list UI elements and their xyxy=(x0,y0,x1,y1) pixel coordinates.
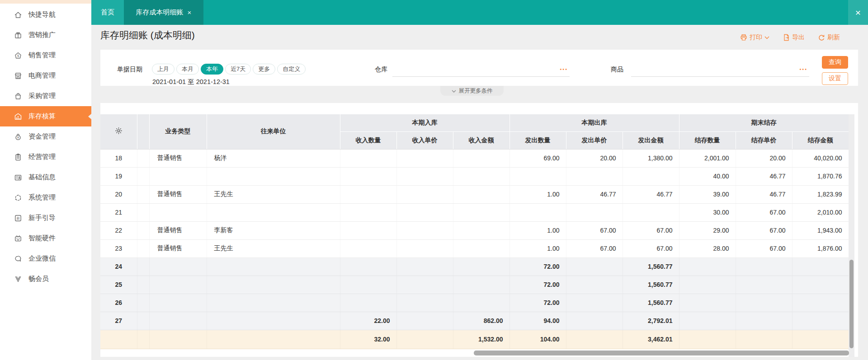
table-row[interactable]: 23普通销售王先生1.0067.0067.0028.0067.001,876.0… xyxy=(100,239,849,257)
date-pill-last-month[interactable]: 上月 xyxy=(152,64,175,75)
column-header-current-out-qty[interactable]: 发出数量 xyxy=(509,131,566,149)
date-pill-this-year[interactable]: 本年 xyxy=(201,64,223,75)
table-row[interactable]: 20普通销售王先生1.0046.7746.7739.0046.771,823.9… xyxy=(100,185,849,203)
date-range-value[interactable]: 2021-01-01 至 2021-12-31 xyxy=(152,78,230,86)
table-row[interactable]: 18普通销售杨洋69.0020.001,380.002,001.0020.004… xyxy=(100,149,849,167)
store-icon xyxy=(14,71,23,80)
cell: 104.00 xyxy=(509,330,566,349)
sales-house-icon: $ xyxy=(14,51,23,60)
cell: 1,823.99 xyxy=(792,185,849,203)
active-item-arrow xyxy=(88,114,91,119)
cell xyxy=(736,257,792,276)
vertical-scrollbar-thumb[interactable] xyxy=(849,260,854,348)
column-header-current-out-price[interactable]: 发出单价 xyxy=(566,131,623,149)
window-close-button[interactable]: × xyxy=(848,0,868,25)
table-body: 18普通销售杨洋69.0020.001,380.002,001.0020.004… xyxy=(100,149,849,349)
sidebar-item-inventory[interactable]: 库存核算 xyxy=(0,106,91,126)
cell xyxy=(623,167,679,185)
cell xyxy=(453,239,509,257)
date-pill-more[interactable]: 更多 xyxy=(253,64,275,75)
tab-inventory-cost-ledger[interactable]: 库存成本明细账 × xyxy=(124,0,203,25)
column-header-current-in-amount[interactable]: 收入金额 xyxy=(453,131,509,149)
sidebar-item-member[interactable]: 畅会员 xyxy=(0,269,91,289)
sidebar-item-quick-nav[interactable]: 快捷导航 xyxy=(0,5,91,25)
sidebar-item-wecom[interactable]: 企业微信 xyxy=(0,248,91,269)
date-pill-last-7-days[interactable]: 近7天 xyxy=(225,64,251,75)
sidebar-item-ecommerce[interactable]: 电商管理 xyxy=(0,65,91,86)
column-header-ending-balance-amount[interactable]: 结存金额 xyxy=(792,131,849,149)
vertical-scrollbar[interactable] xyxy=(849,114,854,357)
gear-header-cell[interactable] xyxy=(100,114,137,149)
refresh-button[interactable]: 刷新 xyxy=(818,33,840,42)
tab-close-icon[interactable]: × xyxy=(188,9,192,16)
settings-button[interactable]: 设置 xyxy=(822,72,848,85)
table-row[interactable]: 22普通销售李新客1.0067.0067.0029.0067.001,943.0… xyxy=(100,221,849,239)
close-icon: × xyxy=(855,7,861,18)
cell xyxy=(149,257,207,276)
cell xyxy=(736,330,792,349)
cell: 67.00 xyxy=(736,239,792,257)
cell xyxy=(396,312,453,330)
sidebar-item-smart-hardware[interactable]: 智能硬件 xyxy=(0,228,91,248)
gear-icon[interactable] xyxy=(115,127,123,135)
cell: 22.00 xyxy=(340,312,396,330)
cell: 2,001.00 xyxy=(679,149,736,167)
export-label: 导出 xyxy=(792,33,805,42)
topbar: 首页 库存成本明细账 × xyxy=(91,0,868,25)
sidebar-top-strip xyxy=(0,0,91,4)
printer-icon xyxy=(740,34,747,41)
table-row[interactable]: 2722.00862.0094.002,792.01 xyxy=(100,312,849,330)
column-header-business-type[interactable]: 业务类型 xyxy=(149,114,207,149)
horizontal-scrollbar-thumb[interactable] xyxy=(474,351,849,355)
cell: 杨洋 xyxy=(207,149,340,167)
column-header-current-in-qty[interactable]: 收入数量 xyxy=(340,131,396,149)
export-button[interactable]: 导出 xyxy=(783,33,805,42)
sidebar-item-purchase[interactable]: 采购管理 xyxy=(0,86,91,106)
column-header-partner[interactable]: 往来单位 xyxy=(207,114,340,149)
column-header-current-in-price[interactable]: 收入单价 xyxy=(396,131,453,149)
export-icon xyxy=(783,34,790,41)
warehouse-input[interactable]: ••• xyxy=(392,65,570,77)
sidebar-item-operations[interactable]: 经营管理 xyxy=(0,147,91,167)
row-number: 25 xyxy=(100,276,137,294)
sidebar-item-label: 系统管理 xyxy=(28,193,56,202)
table-row[interactable]: 2672.001,560.77 xyxy=(100,294,849,312)
product-input[interactable]: ••• xyxy=(631,65,809,77)
table-head: 业务类型往来单位本期入库本期出库期末结存收入数量收入单价收入金额发出数量发出单价… xyxy=(100,114,849,149)
svg-text:新: 新 xyxy=(16,216,20,220)
sidebar-item-sales[interactable]: $销售管理 xyxy=(0,45,91,65)
sidebar-item-newbie-guide[interactable]: 新新手引导 xyxy=(0,208,91,228)
row-number: 24 xyxy=(100,257,137,276)
cell xyxy=(736,294,792,312)
query-button[interactable]: 查询 xyxy=(822,56,848,69)
sidebar-item-basic-info[interactable]: 基础信息 xyxy=(0,167,91,187)
table-row[interactable]: 2472.001,560.77 xyxy=(100,257,849,276)
cell: 2,010.00 xyxy=(792,203,849,221)
sidebar-item-funds[interactable]: ¥资金管理 xyxy=(0,126,91,147)
tab-home[interactable]: 首页 xyxy=(91,0,124,25)
sidebar-item-marketing[interactable]: 营销推广 xyxy=(0,25,91,45)
cell xyxy=(453,149,509,167)
warehouse-more-button[interactable]: ••• xyxy=(560,66,568,72)
product-more-button[interactable]: ••• xyxy=(799,66,807,72)
cell xyxy=(340,221,396,239)
cell: 32.00 xyxy=(340,330,396,349)
print-button[interactable]: 打印 xyxy=(740,33,769,42)
cell: 1,870.76 xyxy=(792,167,849,185)
table-summary-row[interactable]: 32.001,532.00104.003,462.01 xyxy=(100,330,849,349)
sidebar-item-system[interactable]: 系统管理 xyxy=(0,187,91,208)
column-header-ending-balance-price[interactable]: 结存单价 xyxy=(736,131,792,149)
table-row[interactable]: 2572.001,560.77 xyxy=(100,276,849,294)
cell xyxy=(679,257,736,276)
cell xyxy=(679,312,736,330)
column-header-current-out-amount[interactable]: 发出金额 xyxy=(623,131,679,149)
table-row[interactable]: 1940.0046.771,870.76 xyxy=(100,167,849,185)
refresh-icon xyxy=(818,34,825,41)
cell xyxy=(149,203,207,221)
date-pill-custom[interactable]: 自定义 xyxy=(277,64,306,75)
expand-more-conditions[interactable]: 展开更多条件 xyxy=(440,86,504,96)
date-pill-this-month[interactable]: 本月 xyxy=(176,64,199,75)
table-row[interactable]: 2130.0067.002,010.00 xyxy=(100,203,849,221)
column-header-ending-balance-qty[interactable]: 结存数量 xyxy=(679,131,736,149)
row-expand-cell xyxy=(137,312,149,330)
